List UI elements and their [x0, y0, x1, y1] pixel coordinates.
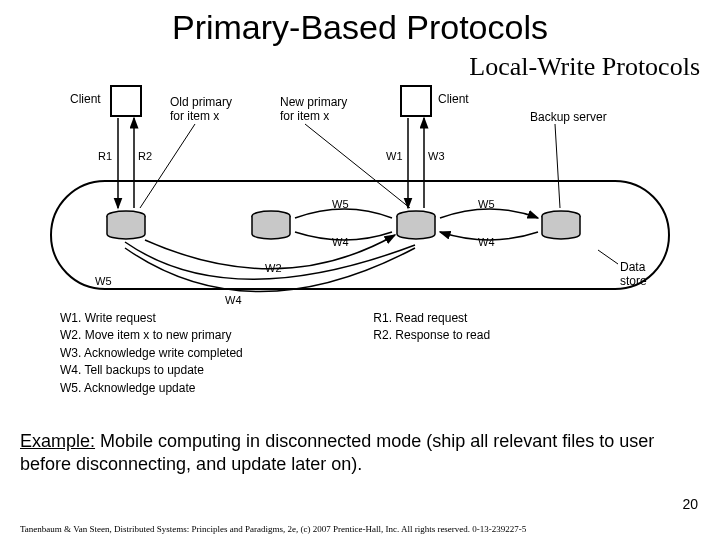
legend-r2: R2. Response to read: [373, 327, 573, 344]
label-w5-mid: W5: [332, 198, 349, 210]
label-w1: W1: [386, 150, 403, 162]
page-subtitle: Local-Write Protocols: [469, 52, 700, 82]
new-primary-label: New primary for item x: [280, 95, 347, 123]
example-label: Example:: [20, 431, 95, 451]
client-left-box: [110, 85, 142, 117]
label-w4-mid: W4: [332, 236, 349, 248]
label-w5-left: W5: [95, 275, 112, 287]
legend-w3: W3. Acknowledge write completed: [60, 345, 330, 362]
legend-w4: W4. Tell backups to update: [60, 362, 330, 379]
label-w2: W2: [265, 262, 282, 274]
label-r1: R1: [98, 150, 112, 162]
cylinder-3: [395, 210, 437, 240]
data-store-label: Data store: [620, 260, 670, 288]
page-title: Primary-Based Protocols: [0, 8, 720, 47]
client-right-label: Client: [438, 92, 469, 106]
footer-citation: Tanenbaum & Van Steen, Distributed Syste…: [20, 524, 526, 534]
legend-w1: W1. Write request: [60, 310, 330, 327]
cylinder-2: [250, 210, 292, 240]
cylinder-4: [540, 210, 582, 240]
legend-block: W1. Write request W2. Move item x to new…: [60, 310, 573, 397]
example-body: Mobile computing in disconnected mode (s…: [20, 431, 654, 474]
backup-server-label: Backup server: [530, 110, 607, 124]
page-number: 20: [682, 496, 698, 512]
client-right-box: [400, 85, 432, 117]
client-left-label: Client: [70, 92, 101, 106]
label-w4-left: W4: [225, 294, 242, 306]
legend-w5: W5. Acknowledge update: [60, 380, 330, 397]
example-text: Example: Mobile computing in disconnecte…: [20, 430, 700, 477]
label-w5-right: W5: [478, 198, 495, 210]
label-w4-right: W4: [478, 236, 495, 248]
cylinder-1: [105, 210, 147, 240]
label-r2: R2: [138, 150, 152, 162]
legend-w2: W2. Move item x to new primary: [60, 327, 330, 344]
old-primary-label: Old primary for item x: [170, 95, 232, 123]
label-w3: W3: [428, 150, 445, 162]
legend-r1: R1. Read request: [373, 310, 573, 327]
